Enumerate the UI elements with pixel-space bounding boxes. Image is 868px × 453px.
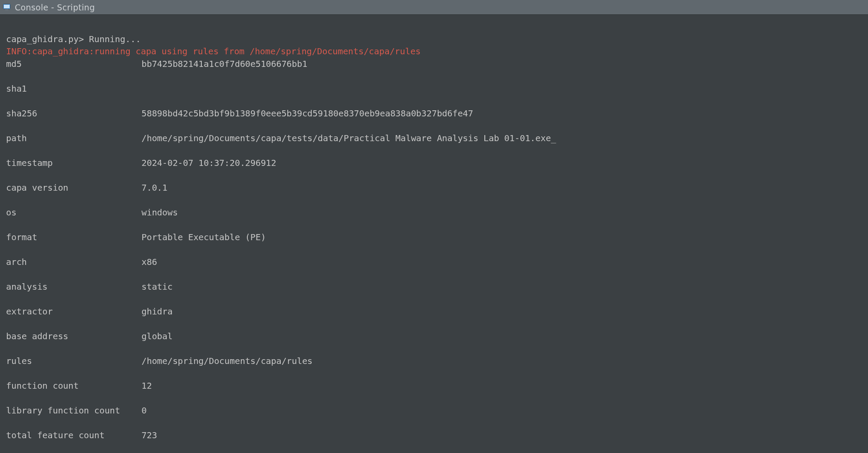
header-row: function count12	[6, 380, 864, 392]
header-value: 723	[141, 430, 157, 440]
header-label: analysis	[6, 281, 141, 293]
header-row: path/home/spring/Documents/capa/tests/da…	[6, 132, 864, 145]
header-row: formatPortable Executable (PE)	[6, 231, 864, 244]
header-value: windows	[141, 207, 178, 218]
header-row: extractorghidra	[6, 305, 864, 318]
titlebar-title: Console - Scripting	[15, 3, 95, 12]
header-row: sha1	[6, 83, 864, 95]
header-value: global	[141, 331, 173, 341]
header-row: rules/home/spring/Documents/capa/rules	[6, 355, 864, 367]
header-label: rules	[6, 355, 141, 367]
header-label: arch	[6, 256, 141, 268]
header-row: oswindows	[6, 206, 864, 219]
header-row: base addressglobal	[6, 330, 864, 343]
header-value: Portable Executable (PE)	[141, 232, 266, 242]
header-row: sha25658898bd42c5bd3bf9b1389f0eee5b39cd5…	[6, 107, 864, 120]
header-value: ghidra	[141, 306, 173, 317]
header-label: function count	[6, 380, 141, 392]
header-value: /home/spring/Documents/capa/tests/data/P…	[141, 133, 556, 143]
header-row: timestamp2024-02-07 10:37:20.296912	[6, 157, 864, 169]
header-label: sha256	[6, 107, 141, 120]
header-label: format	[6, 231, 141, 244]
header-value: static	[141, 281, 173, 292]
header-label: capa version	[6, 182, 141, 194]
header-row: analysisstatic	[6, 281, 864, 293]
header-label: os	[6, 206, 141, 219]
console-icon	[3, 3, 10, 11]
header-row: archx86	[6, 256, 864, 268]
titlebar: Console - Scripting	[0, 0, 868, 15]
header-value: x86	[141, 257, 157, 267]
header-label: library function count	[6, 404, 141, 417]
info-line: INFO:capa_ghidra:running capa using rule…	[6, 46, 421, 56]
console-output[interactable]: capa_ghidra.py> Running... INFO:capa_ghi…	[0, 17, 868, 453]
header-value: bb7425b82141a1c0f7d60e5106676bb1	[141, 59, 307, 69]
header-value: 12	[141, 380, 152, 391]
header-value: 2024-02-07 10:37:20.296912	[141, 158, 276, 168]
header-label: total feature count	[6, 429, 141, 442]
header-value: 58898bd42c5bd3bf9b1389f0eee5b39cd59180e8…	[141, 108, 473, 119]
svg-rect-1	[4, 5, 10, 8]
header-label: base address	[6, 330, 141, 343]
header-label: sha1	[6, 83, 141, 95]
header-row: md5bb7425b82141a1c0f7d60e5106676bb1	[6, 58, 864, 70]
header-label: timestamp	[6, 157, 141, 169]
header-row: library function count0	[6, 404, 864, 417]
header-row: capa version7.0.1	[6, 182, 864, 194]
header-value: 0	[141, 405, 147, 416]
header-label: extractor	[6, 305, 141, 318]
header-value: 7.0.1	[141, 182, 168, 193]
header-label: path	[6, 132, 141, 145]
prompt-line: capa_ghidra.py> Running...	[6, 34, 141, 44]
svg-rect-2	[5, 9, 8, 10]
header-row: total feature count723	[6, 429, 864, 442]
header-label: md5	[6, 58, 141, 70]
header-value: /home/spring/Documents/capa/rules	[141, 356, 312, 366]
